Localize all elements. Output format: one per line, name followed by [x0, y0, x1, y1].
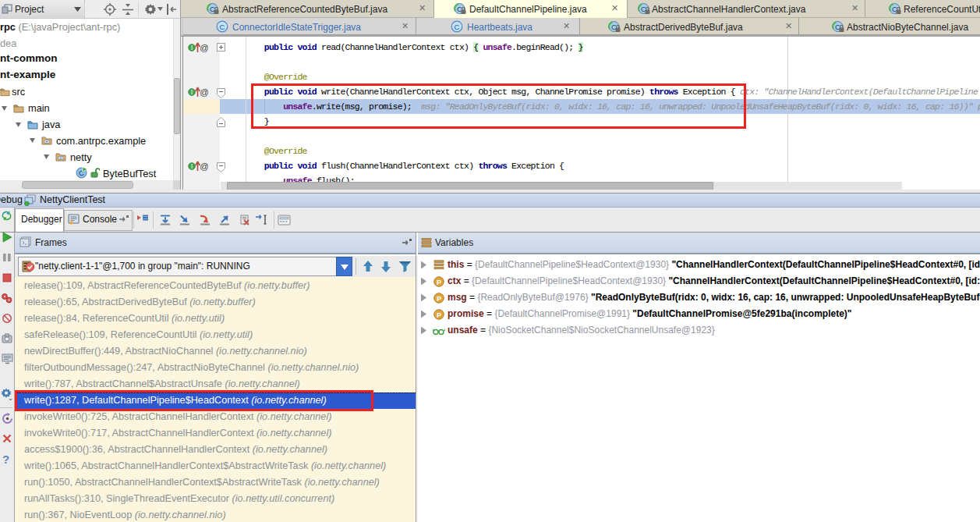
svg-text:P: P — [437, 279, 441, 286]
svg-text:C: C — [220, 23, 225, 31]
svg-text:@: @ — [200, 87, 208, 97]
svg-text:@: @ — [200, 43, 208, 52]
svg-text:@: @ — [200, 162, 208, 171]
svg-text:C: C — [455, 23, 460, 31]
svg-text:P: P — [437, 295, 441, 303]
svg-text:P: P — [437, 311, 441, 319]
